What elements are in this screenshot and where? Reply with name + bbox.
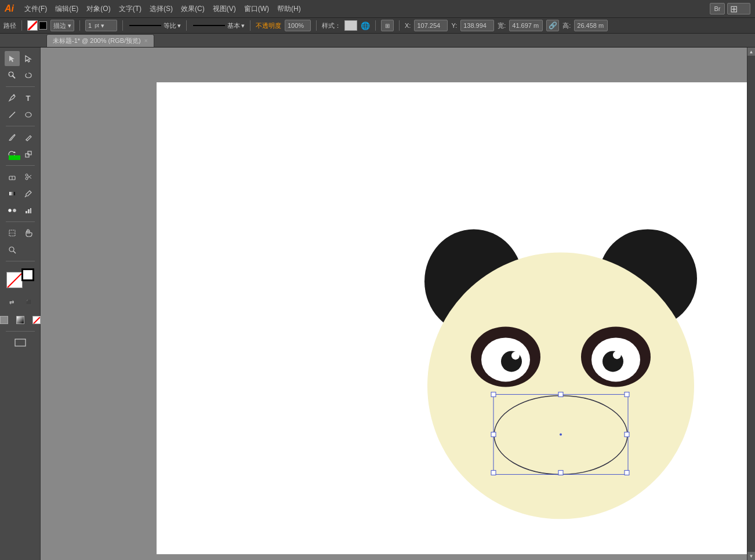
magic-wand-tool[interactable] <box>5 68 20 83</box>
color-swap-area: ⇄ ⬛ <box>4 294 37 310</box>
align-btn[interactable]: ⊞ <box>381 20 394 31</box>
solid-color-btn[interactable] <box>0 312 12 328</box>
panda-illustration <box>381 183 741 521</box>
x-input[interactable] <box>414 20 448 31</box>
wand-lasso-row <box>5 68 36 83</box>
style-swatch[interactable] <box>344 20 357 31</box>
svg-rect-21 <box>26 211 27 213</box>
selection-handle-br[interactable] <box>625 470 629 475</box>
w-input[interactable] <box>509 20 543 31</box>
slice-tool[interactable] <box>5 226 20 241</box>
selection-handle-ml[interactable] <box>491 432 496 437</box>
right-scrollbar[interactable]: ▲ ▼ <box>747 48 755 560</box>
stroke-weight-dropdown[interactable]: 1 pt ▾ <box>85 20 117 31</box>
svg-line-15 <box>28 176 31 179</box>
svg-line-18 <box>25 196 26 197</box>
lasso-tool[interactable] <box>21 68 36 83</box>
scissors-tool[interactable] <box>21 169 36 184</box>
stroke-color-swatch[interactable] <box>39 21 47 30</box>
main-area: T <box>0 48 755 560</box>
brush-tools-row <box>5 130 36 145</box>
ai-logo: Ai <box>5 3 14 14</box>
stroke-swatch[interactable] <box>21 268 34 281</box>
blend-chart-row <box>5 203 36 218</box>
menu-object[interactable]: 对象(O) <box>83 3 114 15</box>
blend-tool[interactable] <box>5 203 20 218</box>
fill-color-swatch[interactable] <box>27 20 38 31</box>
workspace-dropdown[interactable]: ⊞ <box>727 3 750 14</box>
selection-handle-bc[interactable] <box>558 470 563 475</box>
slice-tools-row <box>5 226 36 241</box>
default-colors-btn[interactable]: ⬛ <box>21 294 37 310</box>
tab-bar: 未标题-1* @ 200% (RGB/预览) × <box>0 34 755 48</box>
tool-separator-3 <box>6 165 35 166</box>
ellipse-tool[interactable] <box>21 107 36 122</box>
pen-tool[interactable] <box>5 90 20 106</box>
selection-handle-tc[interactable] <box>558 392 563 397</box>
menu-select[interactable]: 选择(S) <box>146 3 176 15</box>
stroke-mode-dropdown[interactable]: 描边 ▾ <box>50 20 74 31</box>
tool-separator-4 <box>6 221 35 222</box>
tab-close-btn[interactable]: × <box>144 38 148 44</box>
properties-toolbar: 路径 描边 ▾ 1 pt ▾ 等比 ▾ 基本 ▾ 不透明度 100% 样式： 🌐… <box>0 17 755 34</box>
y-label: Y: <box>451 22 457 29</box>
svg-rect-9 <box>26 154 29 157</box>
menu-file[interactable]: 文件(F) <box>21 3 50 15</box>
svg-point-5 <box>13 94 14 96</box>
scroll-down-arrow[interactable]: ▼ <box>747 552 756 560</box>
pencil-tool[interactable] <box>21 130 36 145</box>
globe-icon[interactable]: 🌐 <box>361 21 370 30</box>
menu-text[interactable]: 文字(T) <box>115 3 145 15</box>
link-proportions-btn[interactable]: 🔗 <box>546 20 559 31</box>
scroll-up-arrow[interactable]: ▲ <box>747 48 756 56</box>
extension-btn[interactable]: Br <box>710 3 725 14</box>
svg-rect-23 <box>30 208 31 213</box>
tool-separator-2 <box>6 126 35 126</box>
canvas-paper <box>157 82 749 554</box>
tool-separator-6 <box>6 331 35 332</box>
text-tool[interactable]: T <box>21 90 36 106</box>
stroke-style-area: 等比 ▾ <box>128 21 181 30</box>
swap-colors-btn[interactable]: ⇄ <box>4 294 19 310</box>
tab-title: 未标题-1* @ 200% (RGB/预览) <box>53 37 141 45</box>
svg-rect-22 <box>28 209 30 213</box>
scale-tool[interactable] <box>21 147 36 162</box>
gradient-tool[interactable] <box>5 186 20 201</box>
y-input[interactable] <box>460 20 494 31</box>
h-input[interactable] <box>574 20 608 31</box>
zoom-tool[interactable] <box>5 242 20 257</box>
canvas-area[interactable]: ▲ ▼ <box>41 48 755 560</box>
fill-swatch[interactable] <box>6 272 23 288</box>
selection-handle-mr[interactable] <box>625 432 629 437</box>
eraser-tool[interactable] <box>5 169 20 184</box>
svg-line-27 <box>13 251 16 253</box>
eyedropper-tool[interactable] <box>21 186 36 201</box>
menu-edit[interactable]: 编辑(E) <box>52 3 82 15</box>
tool-separator-5 <box>6 261 35 261</box>
x-label: X: <box>405 22 411 29</box>
path-label: 路径 <box>3 21 16 30</box>
chart-tool[interactable] <box>21 203 36 218</box>
svg-point-14 <box>26 177 28 180</box>
opacity-input[interactable]: 100% <box>285 20 311 31</box>
selection-handle-tl[interactable] <box>491 392 496 397</box>
brush-tool[interactable] <box>5 130 20 145</box>
scroll-track[interactable] <box>747 56 755 552</box>
eraser-tools-row <box>5 169 36 184</box>
line-tool[interactable] <box>5 107 20 122</box>
selection-handle-tr[interactable] <box>625 392 629 397</box>
menu-help[interactable]: 帮助(H) <box>274 3 304 15</box>
hand-tool[interactable] <box>21 226 36 241</box>
gradient-fill-btn[interactable] <box>13 312 28 328</box>
menu-window[interactable]: 窗口(W) <box>241 3 273 15</box>
menu-view[interactable]: 视图(V) <box>209 3 239 15</box>
svg-point-19 <box>8 209 11 212</box>
color-swatches <box>5 267 35 290</box>
document-tab[interactable]: 未标题-1* @ 200% (RGB/预览) × <box>46 34 154 47</box>
menu-effect[interactable]: 效果(C) <box>177 3 208 15</box>
select-tool[interactable] <box>5 51 20 66</box>
screen-mode-btn[interactable] <box>13 335 28 350</box>
line-tools-row <box>5 107 36 122</box>
selection-handle-bl[interactable] <box>491 470 496 475</box>
direct-select-tool[interactable] <box>21 51 36 66</box>
